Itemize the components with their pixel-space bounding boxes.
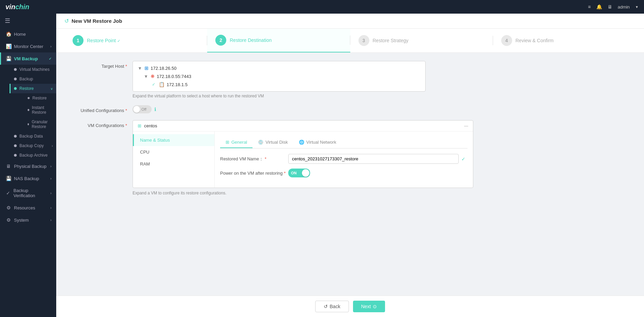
vm-config-required: * <box>125 123 127 128</box>
restore-expand-icon: ∨ <box>50 87 53 91</box>
sidebar-label-backup-data: Backup Data <box>19 134 43 139</box>
vm-collapse-icon[interactable]: — <box>464 124 468 128</box>
restored-vm-name-label: Restored VM Name： * <box>220 156 288 162</box>
vm-config-label: VM Configurations * <box>64 120 133 128</box>
power-on-toggle[interactable]: ON <box>288 169 310 177</box>
monitor-icon[interactable]: 🖥 <box>608 4 612 10</box>
tree-row-1[interactable]: ▼ ⊞ 172.18.26.50 <box>136 64 423 72</box>
vm-icon: ⊞ <box>138 123 141 128</box>
sidebar-label-instant-restore: Instant Restore <box>32 105 53 115</box>
sidebar-item-backup-data[interactable]: Backup Data <box>10 131 56 141</box>
unified-config-toggle-wrap: Off ℹ <box>133 105 636 113</box>
tree-check-3: ✓ <box>152 82 155 87</box>
sidebar-label-backup: Backup <box>19 77 33 81</box>
virtual-disk-icon: 💿 <box>258 140 263 145</box>
sidebar-item-system[interactable]: ⚙ System › <box>0 214 56 226</box>
backup-icon <box>14 78 17 80</box>
tree-expand-2[interactable]: ▼ <box>144 74 149 79</box>
target-host-required: * <box>125 64 127 69</box>
content-area: ↺ New VM Restore Job 1 Restore Point ✓ 2 <box>56 14 644 317</box>
sidebar-item-resources[interactable]: ⚙ Resources › <box>0 202 56 214</box>
sidebar-item-nas-backup[interactable]: 💾 NAS Backup › <box>0 172 56 185</box>
unified-config-label: Unified Configurations * <box>64 105 133 113</box>
sidebar-item-virtual-machines[interactable]: Virtual Machines <box>10 65 56 74</box>
sidebar-item-backup-copy[interactable]: Backup Copy › <box>10 141 56 150</box>
logo-vin: vin <box>5 3 15 11</box>
step-label-4: Review & Confirm <box>516 38 554 43</box>
next-icon: ⊙ <box>373 304 377 309</box>
vm-config-row: VM Configurations * ⊞ centos — <box>64 120 636 195</box>
info-icon[interactable]: ℹ <box>154 107 156 112</box>
unified-config-toggle[interactable]: Off <box>133 105 152 113</box>
sidebar-label-physical-backup: Physical Backup <box>14 164 46 169</box>
backup-verification-expand: › <box>50 191 51 195</box>
host-tree: ▼ ⊞ 172.18.26.50 ▼ ❋ 172.18.0.55:7443 <box>133 61 426 92</box>
backup-archive-icon <box>14 154 17 157</box>
power-on-required: * <box>284 171 286 176</box>
tree-row-2[interactable]: ▼ ❋ 172.18.0.55:7443 <box>136 72 423 80</box>
backup-copy-expand: › <box>52 144 53 148</box>
system-expand: › <box>50 218 51 222</box>
unified-config-required: * <box>125 108 127 113</box>
config-tab-virtual-network[interactable]: 🌐 Virtual Network <box>293 137 342 148</box>
nas-backup-expand: › <box>50 177 51 180</box>
tree-expand-1[interactable]: ▼ <box>138 66 142 71</box>
sidebar-item-restore-sub[interactable]: Restore <box>23 93 56 103</box>
tree-label-1: 172.18.26.50 <box>151 66 177 71</box>
config-tab-general[interactable]: ⊞ General <box>220 137 252 148</box>
sidebar-item-backup[interactable]: Backup <box>10 74 56 84</box>
granular-restore-icon <box>28 123 29 125</box>
sidebar-label-monitor-center: Monitor Center <box>14 44 43 49</box>
wizard-step-4[interactable]: 4 Review & Confirm <box>493 29 636 52</box>
tree-row-3[interactable]: ✓ 📋 172.18.1.5 <box>136 80 423 89</box>
sidebar-item-backup-archive[interactable]: Backup Archive <box>10 150 56 160</box>
wizard-step-1[interactable]: 1 Restore Point ✓ <box>64 29 207 52</box>
tree-label-2: 172.18.0.55:7443 <box>157 74 191 79</box>
sidebar-item-granular-restore[interactable]: Granular Restore <box>23 117 56 131</box>
logo: vinchin <box>5 3 29 11</box>
sidebar-label-backup-verification: Backup Verification <box>14 188 48 198</box>
nas-backup-icon: 💾 <box>6 176 11 181</box>
wizard-steps: 1 Restore Point ✓ 2 Restore Destination … <box>56 29 644 53</box>
vm-config-header[interactable]: ⊞ centos — <box>133 121 473 131</box>
power-on-toggle-wrap: ON <box>288 169 467 177</box>
windows-icon-1: ⊞ <box>144 65 149 71</box>
hamburger-icon[interactable]: ☰ <box>0 14 56 28</box>
restore-job-icon: ↺ <box>64 18 69 24</box>
admin-label[interactable]: admin <box>618 4 630 10</box>
sidebar-item-monitor-center[interactable]: 📊 Monitor Center › <box>0 40 56 52</box>
step-circle-3: 3 <box>358 35 369 46</box>
backup-copy-icon <box>14 144 17 147</box>
bell-icon[interactable]: 🔔 <box>596 4 602 10</box>
sidebar-item-home[interactable]: 🏠 Home <box>0 28 56 40</box>
step-circle-4: 4 <box>501 35 512 46</box>
sidebar-item-restore[interactable]: Restore ∨ <box>10 84 56 93</box>
sidebar-item-backup-verification[interactable]: ✓ Backup Verification › <box>0 185 56 202</box>
step-label-1: Restore Point ✓ <box>87 38 120 43</box>
wizard-step-2[interactable]: 2 Restore Destination <box>207 29 350 52</box>
sidebar-label-vm-backup: VM Backup <box>14 56 38 61</box>
sidebar-item-physical-backup[interactable]: 🖥 Physical Backup › <box>0 160 56 172</box>
restored-vm-name-input[interactable] <box>288 154 459 164</box>
back-button[interactable]: ↺ Back <box>315 301 349 312</box>
vm-config-nav-name-status[interactable]: Name & Status <box>133 134 214 146</box>
config-tabs: ⊞ General 💿 Virtual Disk 🌐 <box>220 137 467 148</box>
wizard-step-3[interactable]: 3 Restore Strategy <box>350 29 493 52</box>
server-icon-3: 📋 <box>159 82 165 87</box>
vm-config-nav-cpu[interactable]: CPU <box>133 146 214 158</box>
page-header: ↺ New VM Restore Job <box>56 14 644 29</box>
config-tab-virtual-disk[interactable]: 💿 Virtual Disk <box>252 137 293 148</box>
resources-expand: › <box>50 206 51 210</box>
sidebar-label-backup-archive: Backup Archive <box>19 153 48 158</box>
input-check-icon: ✓ <box>461 156 465 162</box>
sidebar-item-vm-backup[interactable]: 💾 VM Backup ✓ <box>0 52 56 65</box>
step-circle-2: 2 <box>215 35 226 46</box>
sidebar-item-instant-restore[interactable]: Instant Restore <box>23 103 56 117</box>
vm-config-content: ⊞ centos — Name & Status <box>133 120 636 195</box>
vm-config-nav-ram[interactable]: RAM <box>133 158 214 170</box>
next-button[interactable]: Next ⊙ <box>353 301 385 312</box>
home-icon: 🏠 <box>6 31 11 37</box>
tree-label-3: 172.18.1.5 <box>167 82 187 87</box>
list-icon[interactable]: ≡ <box>588 4 591 10</box>
toggle-knob <box>133 106 140 113</box>
